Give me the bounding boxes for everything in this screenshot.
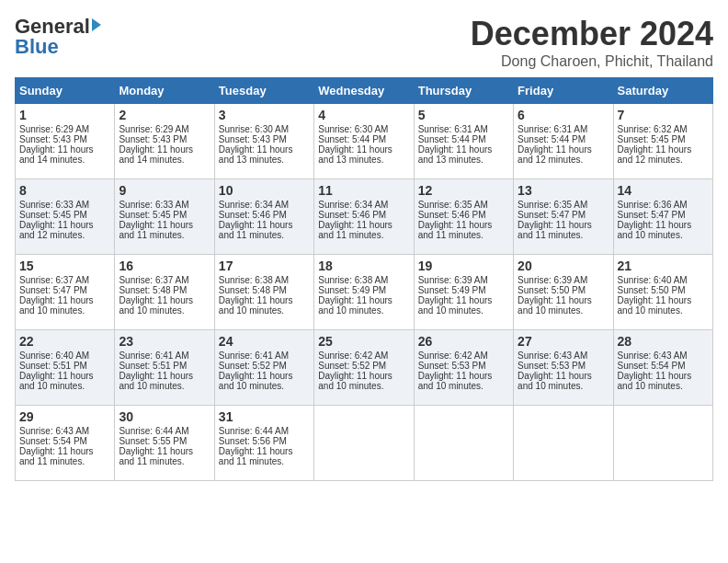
sunrise-text: Sunrise: 6:29 AM	[119, 124, 188, 134]
calendar-cell: 1Sunrise: 6:29 AMSunset: 5:43 PMDaylight…	[16, 104, 115, 179]
day-number: 22	[19, 334, 110, 349]
sunrise-text: Sunrise: 6:33 AM	[119, 200, 188, 210]
calendar-cell: 19Sunrise: 6:39 AMSunset: 5:49 PMDayligh…	[414, 255, 513, 330]
calendar-cell: 24Sunrise: 6:41 AMSunset: 5:52 PMDayligh…	[214, 330, 313, 406]
sunrise-text: Sunrise: 6:41 AM	[119, 350, 188, 361]
calendar-cell: 22Sunrise: 6:40 AMSunset: 5:51 PMDayligh…	[16, 330, 115, 406]
day-number: 28	[618, 334, 709, 349]
daylight-text: Daylight: 11 hours and 14 minutes.	[19, 144, 94, 165]
daylight-text: Daylight: 11 hours and 10 minutes.	[618, 371, 692, 391]
calendar-cell: 28Sunrise: 6:43 AMSunset: 5:54 PMDayligh…	[613, 330, 712, 406]
calendar-cell: 16Sunrise: 6:37 AMSunset: 5:48 PMDayligh…	[115, 255, 214, 330]
logo-triangle-icon	[92, 18, 101, 31]
sunrise-text: Sunrise: 6:43 AM	[19, 426, 89, 436]
sunset-text: Sunset: 5:47 PM	[19, 285, 87, 295]
sunrise-text: Sunrise: 6:30 AM	[219, 124, 289, 134]
day-number: 9	[119, 183, 210, 198]
day-header-monday: Monday	[115, 78, 214, 104]
sunrise-text: Sunrise: 6:39 AM	[518, 275, 587, 285]
daylight-text: Daylight: 11 hours and 10 minutes.	[318, 371, 392, 391]
sunset-text: Sunset: 5:45 PM	[119, 210, 187, 220]
sunset-text: Sunset: 5:49 PM	[418, 285, 486, 295]
day-header-saturday: Saturday	[613, 78, 712, 104]
sunrise-text: Sunrise: 6:38 AM	[318, 275, 388, 285]
daylight-text: Daylight: 11 hours and 11 minutes.	[119, 446, 193, 466]
calendar-cell: 18Sunrise: 6:38 AMSunset: 5:49 PMDayligh…	[314, 255, 414, 330]
calendar-cell: 4Sunrise: 6:30 AMSunset: 5:44 PMDaylight…	[314, 104, 414, 179]
sunrise-text: Sunrise: 6:36 AM	[618, 200, 688, 210]
calendar-cell: 26Sunrise: 6:42 AMSunset: 5:53 PMDayligh…	[414, 330, 513, 406]
month-title: December 2024	[471, 15, 713, 53]
sunset-text: Sunset: 5:45 PM	[618, 134, 686, 144]
day-number: 11	[318, 183, 409, 198]
sunset-text: Sunset: 5:54 PM	[19, 436, 87, 446]
day-number: 29	[19, 409, 110, 424]
day-number: 21	[618, 259, 709, 273]
sunset-text: Sunset: 5:52 PM	[219, 361, 287, 371]
sunset-text: Sunset: 5:43 PM	[219, 134, 287, 144]
calendar-cell: 7Sunrise: 6:32 AMSunset: 5:45 PMDaylight…	[613, 104, 712, 179]
calendar-cell: 2Sunrise: 6:29 AMSunset: 5:43 PMDaylight…	[115, 104, 214, 179]
calendar-cell: 13Sunrise: 6:35 AMSunset: 5:47 PMDayligh…	[514, 179, 613, 255]
daylight-text: Daylight: 11 hours and 13 minutes.	[418, 144, 493, 165]
sunset-text: Sunset: 5:44 PM	[318, 134, 386, 144]
daylight-text: Daylight: 11 hours and 13 minutes.	[219, 144, 293, 165]
calendar-cell: 30Sunrise: 6:44 AMSunset: 5:55 PMDayligh…	[115, 406, 214, 481]
calendar-header-row: SundayMondayTuesdayWednesdayThursdayFrid…	[16, 78, 713, 104]
daylight-text: Daylight: 11 hours and 10 minutes.	[618, 295, 692, 316]
calendar-cell: 15Sunrise: 6:37 AMSunset: 5:47 PMDayligh…	[16, 255, 115, 330]
calendar-row: 29Sunrise: 6:43 AMSunset: 5:54 PMDayligh…	[16, 406, 713, 481]
day-header-tuesday: Tuesday	[214, 78, 313, 104]
day-number: 18	[318, 259, 409, 273]
logo: General Blue	[15, 15, 101, 59]
day-number: 15	[19, 259, 110, 273]
sunrise-text: Sunrise: 6:29 AM	[19, 124, 89, 134]
sunset-text: Sunset: 5:55 PM	[119, 436, 187, 446]
calendar-cell: 12Sunrise: 6:35 AMSunset: 5:46 PMDayligh…	[414, 179, 513, 255]
day-number: 4	[318, 108, 409, 122]
daylight-text: Daylight: 11 hours and 11 minutes.	[418, 220, 493, 240]
day-number: 24	[219, 334, 310, 349]
daylight-text: Daylight: 11 hours and 12 minutes.	[19, 220, 94, 240]
sunset-text: Sunset: 5:44 PM	[418, 134, 486, 144]
sunrise-text: Sunrise: 6:35 AM	[518, 200, 587, 210]
daylight-text: Daylight: 11 hours and 11 minutes.	[219, 220, 293, 240]
daylight-text: Daylight: 11 hours and 11 minutes.	[518, 220, 592, 240]
day-header-thursday: Thursday	[414, 78, 513, 104]
sunset-text: Sunset: 5:51 PM	[19, 361, 87, 371]
sunset-text: Sunset: 5:48 PM	[219, 285, 287, 295]
calendar-row: 1Sunrise: 6:29 AMSunset: 5:43 PMDaylight…	[16, 104, 713, 179]
sunrise-text: Sunrise: 6:31 AM	[418, 124, 488, 134]
day-number: 17	[219, 259, 310, 273]
sunset-text: Sunset: 5:48 PM	[119, 285, 187, 295]
calendar-cell: 21Sunrise: 6:40 AMSunset: 5:50 PMDayligh…	[613, 255, 712, 330]
sunset-text: Sunset: 5:54 PM	[618, 361, 686, 371]
day-number: 20	[518, 259, 609, 273]
daylight-text: Daylight: 11 hours and 12 minutes.	[618, 144, 692, 165]
calendar-cell	[514, 406, 613, 481]
day-number: 23	[119, 334, 210, 349]
sunset-text: Sunset: 5:43 PM	[19, 134, 87, 144]
daylight-text: Daylight: 11 hours and 10 minutes.	[219, 371, 293, 391]
calendar-cell	[314, 406, 414, 481]
day-number: 19	[418, 259, 509, 273]
calendar-cell: 10Sunrise: 6:34 AMSunset: 5:46 PMDayligh…	[214, 179, 313, 255]
calendar-cell: 20Sunrise: 6:39 AMSunset: 5:50 PMDayligh…	[514, 255, 613, 330]
sunrise-text: Sunrise: 6:30 AM	[318, 124, 388, 134]
sunset-text: Sunset: 5:44 PM	[518, 134, 586, 144]
sunrise-text: Sunrise: 6:32 AM	[618, 124, 688, 134]
daylight-text: Daylight: 11 hours and 10 minutes.	[19, 371, 94, 391]
sunset-text: Sunset: 5:56 PM	[219, 436, 287, 446]
day-number: 27	[518, 334, 609, 349]
day-number: 26	[418, 334, 509, 349]
sunrise-text: Sunrise: 6:38 AM	[219, 275, 289, 285]
day-number: 13	[518, 183, 609, 198]
daylight-text: Daylight: 11 hours and 10 minutes.	[19, 295, 94, 316]
day-number: 31	[219, 409, 310, 424]
day-number: 16	[119, 259, 210, 273]
day-number: 8	[19, 183, 110, 198]
day-number: 5	[418, 108, 509, 122]
sunset-text: Sunset: 5:52 PM	[318, 361, 386, 371]
day-header-sunday: Sunday	[16, 78, 115, 104]
sunrise-text: Sunrise: 6:39 AM	[418, 275, 488, 285]
